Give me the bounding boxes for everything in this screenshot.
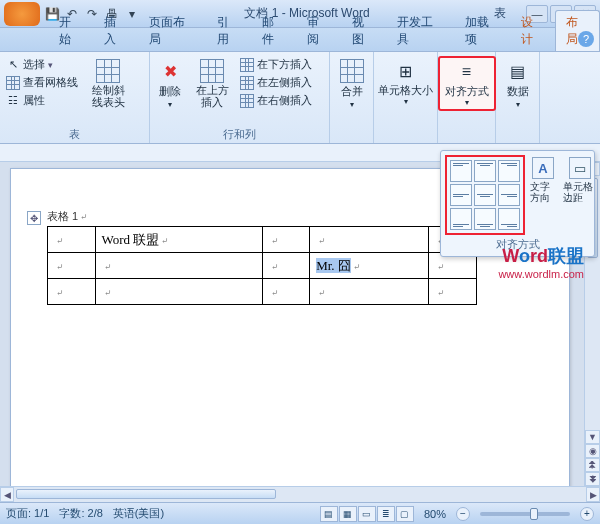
alignment-icon: ≡	[455, 60, 479, 84]
insert-above-button[interactable]: 在上方插入	[190, 56, 234, 111]
cell-margins-button[interactable]: ▭ 单元格边距	[561, 155, 599, 205]
align-mid-center[interactable]	[474, 184, 496, 206]
text-direction-button[interactable]: A 文字方向	[528, 155, 558, 205]
merge-icon	[340, 59, 364, 83]
status-page[interactable]: 页面: 1/1	[6, 506, 49, 521]
prev-page-icon[interactable]: ⯭	[585, 458, 600, 472]
grid-icon	[6, 76, 20, 90]
table-row	[48, 279, 477, 305]
table-cell[interactable]	[95, 279, 262, 305]
hscroll-thumb[interactable]	[16, 489, 276, 499]
table-cell[interactable]	[262, 279, 310, 305]
table-row: Word 联盟	[48, 227, 477, 253]
table-cell[interactable]	[48, 253, 96, 279]
view-fullscreen[interactable]: ▦	[339, 506, 357, 522]
ribbon-tabs: 开始 插入 页面布局 引用 邮件 审阅 视图 开发工具 加载项 设计 布局 ?	[0, 28, 600, 52]
table-row: Mr. 囧	[48, 253, 477, 279]
gridlines-button[interactable]: 查看网格线	[4, 74, 80, 91]
zoom-out-button[interactable]: −	[456, 507, 470, 521]
table-cell[interactable]	[48, 227, 96, 253]
scroll-down-icon[interactable]: ▼	[585, 430, 600, 444]
zoom-slider[interactable]	[480, 512, 570, 516]
tab-design[interactable]: 设计	[510, 10, 555, 51]
align-top-center[interactable]	[474, 160, 496, 182]
insert-right-icon	[240, 94, 254, 108]
table-move-handle[interactable]: ✥	[27, 211, 41, 225]
insert-left-button[interactable]: 在左侧插入	[238, 74, 314, 91]
align-bot-center[interactable]	[474, 208, 496, 230]
help-icon[interactable]: ?	[578, 31, 594, 47]
alignment-button[interactable]: ≡ 对齐方式 ▾	[438, 56, 496, 111]
browse-object-icon[interactable]: ◉	[585, 444, 600, 458]
align-mid-right[interactable]	[498, 184, 520, 206]
group-rowcol-label: 行和列	[154, 126, 325, 143]
data-icon: ▤	[506, 59, 530, 83]
tab-addins[interactable]: 加载项	[454, 10, 510, 51]
text-direction-icon: A	[532, 157, 554, 179]
document-table[interactable]: Word 联盟 Mr. 囧	[47, 226, 477, 305]
align-bot-right[interactable]	[498, 208, 520, 230]
table-cell[interactable]	[262, 253, 310, 279]
cursor-icon: ↖	[6, 58, 20, 72]
insert-below-icon	[240, 58, 254, 72]
table-cell[interactable]	[262, 227, 310, 253]
alignment-grid	[445, 155, 525, 235]
view-draft[interactable]: ▢	[396, 506, 414, 522]
align-mid-left[interactable]	[450, 184, 472, 206]
tab-mailings[interactable]: 邮件	[251, 10, 296, 51]
scroll-left-icon[interactable]: ◀	[0, 487, 14, 502]
tab-pagelayout[interactable]: 页面布局	[138, 10, 206, 51]
table-cell[interactable]	[310, 227, 429, 253]
watermark: Word联盟 www.wordlm.com	[498, 244, 584, 280]
draw-diagonal-button[interactable]: 绘制斜线表头	[84, 56, 132, 111]
diagonal-icon	[96, 59, 120, 83]
view-web[interactable]: ▭	[358, 506, 376, 522]
insert-above-icon	[200, 59, 224, 83]
delete-icon: ✖	[158, 59, 182, 83]
table-cell[interactable]	[310, 279, 429, 305]
insert-right-button[interactable]: 在右侧插入	[238, 92, 314, 109]
delete-button[interactable]: ✖ 删除 ▾	[154, 56, 186, 112]
view-print-layout[interactable]: ▤	[320, 506, 338, 522]
alignment-dropdown: A 文字方向 ▭ 单元格边距 对齐方式	[440, 150, 595, 257]
align-bot-left[interactable]	[450, 208, 472, 230]
align-top-left[interactable]	[450, 160, 472, 182]
view-buttons: ▤ ▦ ▭ ≣ ▢	[320, 506, 414, 522]
tab-references[interactable]: 引用	[206, 10, 251, 51]
properties-button[interactable]: ☷属性	[4, 92, 80, 109]
tab-review[interactable]: 审阅	[296, 10, 341, 51]
table-cell[interactable]	[429, 279, 477, 305]
scroll-right-icon[interactable]: ▶	[586, 487, 600, 502]
table-cell[interactable]: Mr. 囧	[310, 253, 429, 279]
office-button[interactable]	[4, 2, 40, 26]
status-words[interactable]: 字数: 2/8	[59, 506, 102, 521]
properties-icon: ☷	[6, 94, 20, 108]
zoom-level[interactable]: 80%	[424, 508, 446, 520]
align-top-right[interactable]	[498, 160, 520, 182]
cell-margins-icon: ▭	[569, 157, 591, 179]
insert-left-icon	[240, 76, 254, 90]
horizontal-scrollbar[interactable]: ◀ ▶	[0, 486, 600, 502]
table-cell[interactable]	[48, 279, 96, 305]
cellsize-button[interactable]: ⊞ 单元格大小 ▾	[374, 56, 438, 109]
tab-developer[interactable]: 开发工具	[386, 10, 454, 51]
data-button[interactable]: ▤ 数据 ▾	[502, 56, 534, 112]
ribbon: ↖选择 查看网格线 ☷属性 绘制斜线表头 表 ✖ 删除 ▾ 在上方插入 在下方插…	[0, 52, 600, 144]
zoom-in-button[interactable]: +	[580, 507, 594, 521]
view-outline[interactable]: ≣	[377, 506, 395, 522]
tab-view[interactable]: 视图	[341, 10, 386, 51]
merge-button[interactable]: 合并 ▾	[336, 56, 368, 112]
status-language[interactable]: 英语(美国)	[113, 506, 164, 521]
tab-insert[interactable]: 插入	[93, 10, 138, 51]
tab-home[interactable]: 开始	[48, 10, 93, 51]
tab-layout[interactable]: 布局	[555, 10, 600, 51]
table-cell[interactable]	[95, 253, 262, 279]
next-page-icon[interactable]: ⯯	[585, 472, 600, 486]
insert-below-button[interactable]: 在下方插入	[238, 56, 314, 73]
table-cell[interactable]: Word 联盟	[95, 227, 262, 253]
select-button[interactable]: ↖选择	[4, 56, 80, 73]
group-table-label: 表	[4, 126, 145, 143]
status-bar: 页面: 1/1 字数: 2/8 英语(美国) ▤ ▦ ▭ ≣ ▢ 80% − +	[0, 502, 600, 524]
cellsize-icon: ⊞	[394, 59, 418, 83]
